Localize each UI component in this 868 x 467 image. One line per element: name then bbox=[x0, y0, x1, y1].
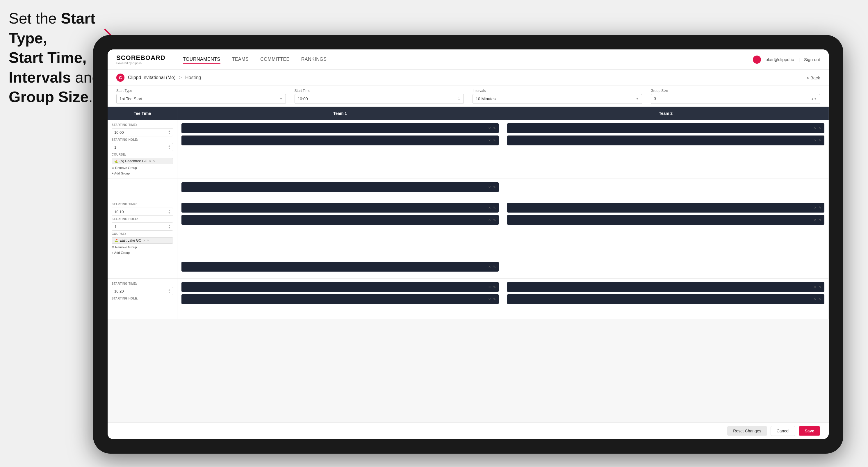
course-name-2: East Lake GC bbox=[120, 239, 141, 243]
save-button[interactable]: Save bbox=[799, 426, 820, 436]
slot-close-1c[interactable]: ✕ bbox=[814, 126, 816, 130]
cancel-button[interactable]: Cancel bbox=[771, 426, 796, 436]
slot-edit-1d[interactable]: ✎ bbox=[819, 139, 822, 143]
player-slot-3c[interactable]: ✕ ✎ bbox=[507, 282, 825, 292]
slot-close-3d[interactable]: ✕ bbox=[814, 298, 816, 301]
team2-cell-3: ✕ ✎ ✕ ✎ bbox=[503, 279, 829, 319]
slot-close-2a[interactable]: ✕ bbox=[488, 206, 491, 210]
hole-stepper-1[interactable]: ▲ ▼ bbox=[168, 145, 170, 150]
table-row: ✕ ✎ bbox=[107, 179, 829, 199]
starting-time-input-1[interactable]: 10:00 ▲ ▼ bbox=[112, 128, 173, 136]
slot-edit-3d[interactable]: ✎ bbox=[819, 298, 822, 301]
player-slot-3a[interactable]: ✕ ✎ bbox=[182, 282, 499, 292]
intervals-select[interactable]: 10 Minutes ▼ bbox=[472, 94, 642, 104]
slot-close-2e[interactable]: ✕ bbox=[488, 265, 491, 269]
nav-separator: | bbox=[799, 57, 800, 62]
sign-out-link[interactable]: Sign out bbox=[804, 57, 820, 62]
player-slot-1e[interactable]: ✕ ✎ bbox=[182, 182, 499, 192]
nav-rankings[interactable]: RANKINGS bbox=[301, 55, 327, 64]
slot-close-2d[interactable]: ✕ bbox=[814, 218, 816, 222]
nav-links: TOURNAMENTS TEAMS COMMITTEE RANKINGS bbox=[183, 55, 753, 64]
back-button[interactable]: < Back bbox=[807, 75, 820, 80]
slot-edit-2d[interactable]: ✎ bbox=[819, 218, 822, 222]
header-team1: Team 1 bbox=[177, 107, 503, 120]
slot-edit-1c[interactable]: ✎ bbox=[819, 126, 822, 130]
time-stepper-2[interactable]: ▲ ▼ bbox=[168, 209, 170, 214]
team2-cell-2b bbox=[503, 258, 829, 278]
starting-hole-label-3: STARTING HOLE: bbox=[112, 297, 173, 300]
breadcrumb-section: Hosting bbox=[185, 75, 201, 80]
player-slot-2d[interactable]: ✕ ✎ bbox=[507, 215, 825, 225]
player-slot-1b[interactable]: ✕ ✎ bbox=[182, 135, 499, 146]
nav-committee[interactable]: COMMITTEE bbox=[260, 55, 290, 64]
slot-close-1e[interactable]: ✕ bbox=[488, 186, 491, 189]
add-group-1[interactable]: + Add Group bbox=[112, 172, 173, 175]
breadcrumb-tournament[interactable]: Clippd Invitational (Me) bbox=[128, 75, 176, 80]
player-slot-1d[interactable]: ✕ ✎ bbox=[507, 135, 825, 146]
group-size-select[interactable]: 3 ▲▼ bbox=[651, 94, 820, 104]
team2-cell-1: ✕ ✎ ✕ ✎ bbox=[503, 120, 829, 179]
hole-stepper-2[interactable]: ▲ ▼ bbox=[168, 224, 170, 229]
course-name-1: (A) Peachtree GC bbox=[120, 159, 147, 163]
slot-close-3a[interactable]: ✕ bbox=[488, 285, 491, 289]
player-slot-1a[interactable]: ✕ ✎ bbox=[182, 123, 499, 133]
slot-close-2b[interactable]: ✕ bbox=[488, 218, 491, 222]
course-edit-1[interactable]: ✎ bbox=[153, 160, 155, 163]
remove-group-2[interactable]: ⊖ Remove Group bbox=[112, 245, 173, 249]
team1-cell-1: ✕ ✎ ✕ ✎ bbox=[177, 120, 503, 179]
starting-time-input-3[interactable]: 10:20 ▲ ▼ bbox=[112, 287, 173, 295]
slot-close-3c[interactable]: ✕ bbox=[814, 285, 816, 289]
slot-close-1a[interactable]: ✕ bbox=[488, 126, 491, 130]
group-size-label: Group Size bbox=[651, 89, 820, 93]
time-stepper-3[interactable]: ▲ ▼ bbox=[168, 289, 170, 294]
slot-edit-1a[interactable]: ✎ bbox=[493, 126, 496, 130]
player-slot-3b[interactable]: ✕ ✎ bbox=[182, 294, 499, 304]
slot-edit-2c[interactable]: ✎ bbox=[819, 206, 822, 210]
logo-sub: Powered by clipp.io bbox=[116, 62, 165, 65]
team2-cell-1b bbox=[503, 179, 829, 199]
starting-hole-input-2[interactable]: 1 ▲ ▼ bbox=[112, 222, 173, 230]
course-remove-2[interactable]: ✕ bbox=[143, 239, 145, 242]
player-slot-1c[interactable]: ✕ ✎ bbox=[507, 123, 825, 133]
slot-edit-3c[interactable]: ✎ bbox=[819, 285, 822, 289]
time-stepper-1[interactable]: ▲ ▼ bbox=[168, 130, 170, 135]
player-slot-2a[interactable]: ✕ ✎ bbox=[182, 203, 499, 213]
slot-edit-3b[interactable]: ✎ bbox=[493, 298, 496, 301]
table-area: Tee Time Team 1 Team 2 STARTING TIME: 10… bbox=[107, 107, 829, 422]
player-slot-3d[interactable]: ✕ ✎ bbox=[507, 294, 825, 304]
nav-tournaments[interactable]: TOURNAMENTS bbox=[183, 55, 220, 64]
logo-text: SCOREBOARD bbox=[116, 54, 165, 62]
nav-teams[interactable]: TEAMS bbox=[232, 55, 249, 64]
slot-edit-2b[interactable]: ✎ bbox=[493, 218, 496, 222]
starting-time-input-2[interactable]: 10:10 ▲ ▼ bbox=[112, 208, 173, 216]
breadcrumb-separator: > bbox=[179, 75, 182, 80]
slot-close-1b[interactable]: ✕ bbox=[488, 139, 491, 143]
slot-edit-3a[interactable]: ✎ bbox=[493, 285, 496, 289]
intervals-label: Intervals bbox=[472, 89, 642, 93]
team1-cell-3: ✕ ✎ ✕ ✎ bbox=[177, 279, 503, 319]
player-slot-2c[interactable]: ✕ ✎ bbox=[507, 203, 825, 213]
slot-edit-1e[interactable]: ✎ bbox=[493, 186, 496, 189]
starting-hole-input-1[interactable]: 1 ▲ ▼ bbox=[112, 143, 173, 151]
start-time-select[interactable]: 10:00 ⏱ bbox=[294, 94, 464, 104]
start-time-value: 10:00 bbox=[298, 97, 308, 101]
player-slot-2b[interactable]: ✕ ✎ bbox=[182, 215, 499, 225]
slot-edit-1b[interactable]: ✎ bbox=[493, 139, 496, 143]
start-type-select[interactable]: 1st Tee Start ▼ bbox=[116, 94, 286, 104]
remove-group-1[interactable]: ⊖ Remove Group bbox=[112, 166, 173, 170]
add-group-2[interactable]: + Add Group bbox=[112, 251, 173, 254]
table-body[interactable]: STARTING TIME: 10:00 ▲ ▼ STARTING HOLE: bbox=[107, 120, 829, 422]
reset-button[interactable]: Reset Changes bbox=[727, 426, 767, 436]
slot-close-3b[interactable]: ✕ bbox=[488, 298, 491, 301]
course-edit-2[interactable]: ✎ bbox=[147, 239, 150, 242]
main-content: Tee Time Team 1 Team 2 STARTING TIME: 10… bbox=[107, 107, 829, 422]
player-slot-2e[interactable]: ✕ ✎ bbox=[182, 262, 499, 272]
course-remove-1[interactable]: ✕ bbox=[149, 160, 151, 163]
user-email: blair@clippd.io bbox=[765, 57, 794, 62]
slot-edit-2e[interactable]: ✎ bbox=[493, 265, 496, 269]
slot-close-2c[interactable]: ✕ bbox=[814, 206, 816, 210]
slot-close-1d[interactable]: ✕ bbox=[814, 139, 816, 143]
course-label-1: COURSE: bbox=[112, 153, 173, 156]
slot-edit-2a[interactable]: ✎ bbox=[493, 206, 496, 210]
group-size-value: 3 bbox=[654, 97, 656, 101]
